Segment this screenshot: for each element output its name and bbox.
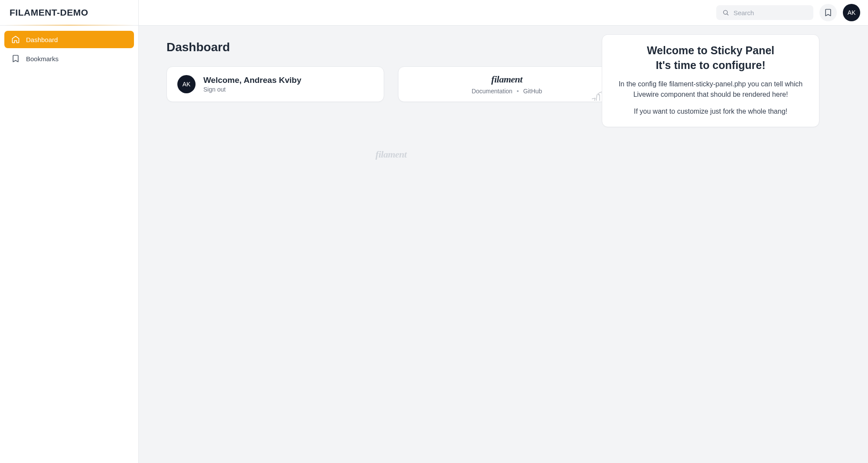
sticky-panel: Welcome to Sticky Panel It's time to con… <box>602 34 819 127</box>
content-area: Dashboard AK Welcome, Andreas Kviby Sign… <box>139 26 868 463</box>
sticky-heading-line2: It's time to configure! <box>656 59 765 71</box>
home-icon <box>11 35 20 44</box>
separator-dot: • <box>517 88 519 95</box>
welcome-text: Welcome, Andreas Kviby Sign out <box>203 76 301 93</box>
filament-links: Documentation • GitHub <box>472 88 542 95</box>
sticky-panel-heading: Welcome to Sticky Panel It's time to con… <box>608 43 813 73</box>
svg-point-6 <box>598 94 599 95</box>
sidebar-header: FILAMENT-DEMO <box>0 0 138 26</box>
welcome-card: AK Welcome, Andreas Kviby Sign out <box>166 66 384 102</box>
dashboard-cards-row: AK Welcome, Andreas Kviby Sign out filam… <box>166 66 616 102</box>
topbar: AK <box>139 0 868 26</box>
sidebar-item-label: Bookmarks <box>26 55 59 62</box>
bookmark-icon <box>824 8 832 17</box>
welcome-greeting: Welcome, Andreas Kviby <box>203 76 301 85</box>
sticky-panel-body2: If you want to customize just fork the w… <box>608 106 813 117</box>
welcome-avatar: AK <box>177 75 196 93</box>
bookmark-icon <box>11 54 20 63</box>
search-input[interactable] <box>734 9 807 16</box>
sidebar-item-label: Dashboard <box>26 36 58 43</box>
filament-logo: filament <box>491 74 522 85</box>
sticky-heading-line1: Welcome to Sticky Panel <box>647 44 774 56</box>
user-avatar[interactable]: AK <box>843 4 860 21</box>
sticky-panel-body1: In the config file filament-sticky-panel… <box>608 79 813 101</box>
footer-logo: filament <box>166 149 616 160</box>
github-link[interactable]: GitHub <box>523 88 542 95</box>
sidebar-item-bookmarks[interactable]: Bookmarks <box>4 50 134 67</box>
filament-info-card: filament Documentation • GitHub <box>398 66 616 102</box>
search-field[interactable] <box>716 5 813 20</box>
signout-link[interactable]: Sign out <box>203 86 301 93</box>
bookmarks-button[interactable] <box>819 4 837 21</box>
sidebar-item-dashboard[interactable]: Dashboard <box>4 31 134 48</box>
brand-title: FILAMENT-DEMO <box>10 7 88 18</box>
documentation-link[interactable]: Documentation <box>472 88 512 95</box>
footer-filament-logo: filament <box>375 149 407 160</box>
svg-line-1 <box>727 14 728 15</box>
sidebar: FILAMENT-DEMO Dashboard Bookmarks <box>0 0 139 463</box>
search-icon <box>722 9 729 16</box>
sidebar-nav: Dashboard Bookmarks <box>0 26 138 72</box>
main-panel: AK Dashboard AK Welcome, Andreas Kviby S… <box>139 0 868 463</box>
